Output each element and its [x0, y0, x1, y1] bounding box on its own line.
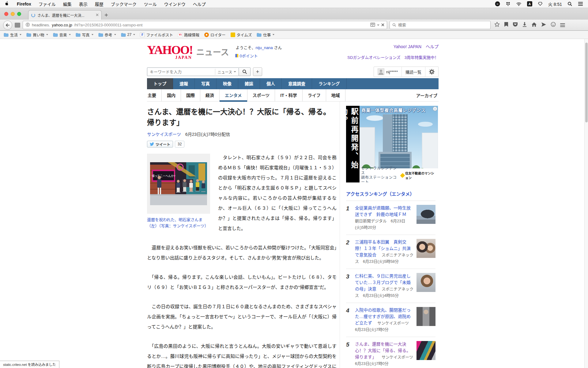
category-it-science[interactable]: IT・科学: [275, 89, 302, 102]
yahoo-search-button[interactable]: [239, 67, 251, 76]
zoom-window-button[interactable]: [17, 12, 21, 16]
ranking-thumbnail[interactable]: [417, 307, 435, 326]
bookmark-folder-27[interactable]: 27: [121, 33, 135, 37]
tab-photo[interactable]: 写真: [195, 78, 217, 89]
menu-item-bookmarks[interactable]: ブックマーク: [111, 1, 137, 7]
bookmark-times[interactable]: タイムズ: [231, 32, 252, 38]
scrollbar-thumb[interactable]: [585, 43, 588, 122]
pocket-icon[interactable]: [513, 22, 518, 28]
menu-item-firefox[interactable]: Firefox: [17, 2, 31, 6]
site-identity-globe-icon[interactable]: [25, 22, 30, 28]
home-icon[interactable]: [531, 22, 537, 28]
category-sports[interactable]: スポーツ: [247, 89, 275, 102]
yahoo-search-box[interactable]: ニュース: [147, 67, 239, 76]
input-source-icon[interactable]: A: [527, 1, 532, 6]
tab-magazine[interactable]: 雑誌: [238, 78, 260, 89]
bookmark-star-icon[interactable]: [494, 22, 500, 28]
ranking-link[interactable]: 全従業員が退職願、一時生放送できず 鈴鹿の地域ＦＭ: [355, 205, 411, 217]
yahoo-search-input[interactable]: [150, 70, 215, 74]
bookmark-filepost[interactable]: F ファイルポスト: [140, 32, 173, 38]
yahoo-japan-logo[interactable]: YAHOO! JAPAN: [147, 44, 193, 56]
search-category-dropdown[interactable]: ニュース: [215, 69, 239, 75]
tab-flash[interactable]: 速報: [173, 78, 195, 89]
yahoo-help-links[interactable]: Yahoo! JAPAN ヘルプ: [347, 43, 439, 49]
ranking-thumbnail[interactable]: [417, 239, 435, 258]
menu-bar-clock[interactable]: 火 8:51: [548, 1, 562, 7]
downloads-icon[interactable]: [522, 22, 527, 28]
reader-dropdown-icon[interactable]: [377, 25, 379, 26]
browser-search-input[interactable]: [398, 23, 488, 27]
category-life[interactable]: ライフ: [303, 89, 326, 102]
bookmark-transit[interactable]: Y! 路線情報: [178, 32, 199, 38]
share-icon[interactable]: [541, 22, 546, 28]
spotlight-search-icon[interactable]: [567, 2, 572, 6]
url-bar[interactable]: headlines.yahoo.co.jp/hl?a=20150623-0000…: [23, 21, 387, 29]
menu-hamburger-icon[interactable]: [560, 23, 565, 27]
bookmark-folder-reference[interactable]: 参考: [98, 32, 116, 38]
close-window-button[interactable]: [4, 12, 8, 16]
creative-cloud-icon[interactable]: ∞: [495, 1, 500, 6]
apple-menu-icon[interactable]: [5, 1, 9, 7]
category-local[interactable]: 地域: [326, 89, 345, 102]
minimize-window-button[interactable]: [11, 12, 15, 16]
ranking-title[interactable]: アクセスランキング（エンタメ）: [346, 190, 435, 197]
reader-mode-icon[interactable]: [370, 23, 375, 28]
article-photo[interactable]: 帰ってこーへんか?: [147, 154, 210, 214]
service-name-news[interactable]: ニュース: [196, 46, 229, 58]
bookmark-folder-music[interactable]: 音楽: [53, 32, 71, 38]
new-tab-button[interactable]: [102, 10, 111, 20]
bookmark-folder-life[interactable]: 生活: [4, 32, 21, 38]
tab-top[interactable]: トップ: [147, 78, 173, 89]
back-button[interactable]: [3, 21, 12, 30]
notification-center-icon[interactable]: [578, 2, 583, 6]
category-economy[interactable]: 経済: [200, 89, 220, 102]
settings-gear-icon[interactable]: [425, 67, 438, 77]
photo-caption[interactable]: 還暦を祝われた、明石家さんま（左）（写真：サンケイスポーツ）: [147, 217, 210, 229]
article-source-link[interactable]: サンケイスポーツ: [147, 132, 181, 137]
menu-item-tools[interactable]: ツール: [144, 1, 157, 7]
bookmark-folder-photo[interactable]: 写真: [76, 32, 93, 38]
promo-link[interactable]: SDガンダムオペレーションズ 3周年特集実施中！: [347, 54, 439, 60]
tab-ranking[interactable]: ランキング: [312, 78, 347, 89]
username-link[interactable]: niju_nana: [255, 45, 273, 50]
dropbox-icon[interactable]: [506, 2, 511, 6]
bookmarks-menu-icon[interactable]: [504, 22, 508, 28]
ad-info-icon[interactable]: i: [433, 106, 437, 111]
tab-personal[interactable]: 個人: [260, 78, 282, 89]
tab-groups-button[interactable]: [15, 23, 20, 28]
display-ad[interactable]: 駅前再開発、始動。: [346, 106, 438, 182]
tab-close-icon[interactable]: [96, 13, 99, 17]
account-user[interactable]: nij*****: [374, 67, 402, 77]
tab-video[interactable]: 映像: [217, 78, 238, 89]
subscriptions-link[interactable]: 購読一覧: [402, 67, 425, 77]
page-scrollbar[interactable]: [584, 39, 588, 368]
tab-poll[interactable]: 意識調査: [282, 78, 312, 89]
feedback-smiley-icon[interactable]: [551, 22, 556, 28]
bookmark-folder-work[interactable]: 仕事: [257, 32, 274, 38]
menu-item-edit[interactable]: 編集: [63, 1, 72, 7]
diamond-icon[interactable]: [538, 2, 543, 6]
menu-item-help[interactable]: ヘルプ: [193, 1, 206, 7]
wifi-icon[interactable]: [516, 2, 522, 6]
ranking-thumbnail[interactable]: [417, 205, 435, 224]
bookmark-folder-shopping[interactable]: 買い物: [26, 32, 48, 38]
stop-loading-icon[interactable]: [381, 23, 384, 27]
bookmark-reuters[interactable]: ロイター: [204, 32, 226, 38]
menu-item-history[interactable]: 履歴: [95, 1, 104, 7]
category-domestic[interactable]: 国内: [162, 89, 181, 102]
add-search-button[interactable]: +: [253, 67, 262, 76]
browser-search-field[interactable]: [390, 21, 491, 29]
menu-item-window[interactable]: ウインドウ: [164, 1, 186, 7]
menu-item-file[interactable]: ファイル: [39, 1, 56, 7]
yahoo-header: YAHOO! JAPAN ニュース ようこそ、niju_nana さん 0ポイン…: [147, 39, 439, 65]
ranking-thumbnail[interactable]: [417, 341, 435, 360]
browser-tab[interactable]: さんま、還暦を機に一大決...: [28, 10, 102, 20]
menu-item-view[interactable]: 表示: [79, 1, 88, 7]
points-link[interactable]: 0ポイント: [236, 53, 282, 59]
category-major[interactable]: 主要: [147, 89, 162, 102]
ranking-thumbnail[interactable]: [417, 273, 435, 292]
category-entertainment[interactable]: エンタメ: [220, 89, 247, 102]
category-world[interactable]: 国際: [181, 89, 200, 102]
tweet-button[interactable]: ツイート: [147, 141, 173, 148]
archive-link[interactable]: アーカイブ: [416, 92, 439, 98]
